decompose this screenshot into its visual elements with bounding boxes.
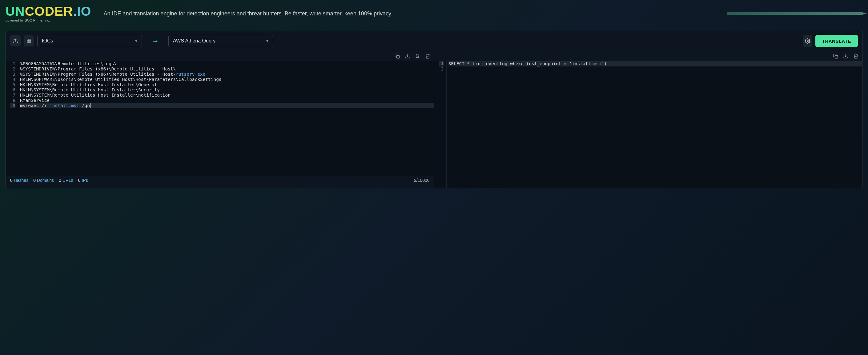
download-button[interactable] <box>843 54 848 59</box>
header-stripe <box>727 12 863 15</box>
source-gutter: 123456789 <box>6 61 18 176</box>
copy-icon <box>395 54 400 59</box>
svg-rect-3 <box>27 41 29 43</box>
stat-ips: 0 IPs <box>78 178 88 183</box>
gear-icon <box>805 38 810 44</box>
source-toolbar <box>6 51 434 61</box>
svg-point-5 <box>807 40 809 42</box>
target-editor[interactable]: 12 SELECT * from eventlog where (dst_end… <box>434 61 863 188</box>
copy-icon <box>833 54 838 59</box>
char-counter: 2/10000 <box>414 178 430 183</box>
svg-point-12 <box>418 56 418 57</box>
chevron-down-icon: ▾ <box>135 38 137 43</box>
upload-icon <box>12 38 18 44</box>
source-pane: 123456789 %PROGRAMDATA%\Remote Utilities… <box>6 51 434 188</box>
svg-rect-14 <box>835 55 838 58</box>
stat-domains: 0 Domains <box>33 178 54 183</box>
main-container: IOCs ▾ → AWS Athena Query ▾ TRANSLATE <box>5 31 863 188</box>
source-format-label: IOCs <box>42 38 53 44</box>
target-toolbar <box>434 51 863 61</box>
logo-part-coder: CODER <box>25 4 73 19</box>
copy-button[interactable] <box>395 54 400 59</box>
target-format-dropdown[interactable]: AWS Athena Query ▾ <box>168 35 273 47</box>
ioc-stats: 0 Hashes0 Domains0 URLs0 IPs <box>10 178 88 183</box>
filter-button[interactable] <box>415 54 420 59</box>
svg-rect-6 <box>397 55 399 58</box>
sliders-icon <box>415 54 420 59</box>
header: UNCODER.IO powered by SOC Prime, Inc. An… <box>0 0 868 25</box>
download-button[interactable] <box>405 54 410 59</box>
logo-block: UNCODER.IO powered by SOC Prime, Inc. <box>5 5 91 22</box>
controls-bar: IOCs ▾ → AWS Athena Query ▾ TRANSLATE <box>6 31 862 51</box>
copy-button[interactable] <box>833 54 838 59</box>
clear-button[interactable] <box>853 54 859 59</box>
arrow-icon: → <box>151 36 159 46</box>
powered-by: powered by SOC Prime, Inc. <box>5 19 91 22</box>
target-code[interactable]: SELECT * from eventlog where (dst_endpoi… <box>446 61 863 188</box>
chevron-down-icon: ▾ <box>266 38 269 43</box>
source-format-dropdown[interactable]: IOCs ▾ <box>37 35 142 47</box>
tagline: An IDE and translation engine for detect… <box>103 10 715 17</box>
templates-icon <box>26 38 32 44</box>
editor-panes: 123456789 %PROGRAMDATA%\Remote Utilities… <box>6 51 862 188</box>
logo-part-io: .IO <box>73 4 91 19</box>
logo[interactable]: UNCODER.IO <box>5 5 91 18</box>
target-gutter: 12 <box>434 61 446 188</box>
target-pane: 12 SELECT * from eventlog where (dst_end… <box>434 51 863 188</box>
download-icon <box>405 54 410 59</box>
source-code[interactable]: %PROGRAMDATA%\Remote Utilities\Logs\%SYS… <box>18 61 434 176</box>
stat-urls: 0 URLs <box>59 178 73 183</box>
svg-rect-2 <box>29 39 31 41</box>
svg-point-13 <box>416 57 417 58</box>
source-editor[interactable]: 123456789 %PROGRAMDATA%\Remote Utilities… <box>6 61 434 176</box>
svg-rect-1 <box>27 39 29 41</box>
translate-button[interactable]: TRANSLATE <box>815 35 858 47</box>
trash-icon <box>425 54 430 59</box>
logo-part-un: UN <box>5 4 25 19</box>
upload-button[interactable] <box>10 35 21 46</box>
svg-rect-4 <box>29 41 31 43</box>
templates-button[interactable] <box>24 35 34 46</box>
download-icon <box>843 54 848 59</box>
trash-icon <box>853 54 859 59</box>
stat-hashes: 0 Hashes <box>10 178 28 183</box>
clear-button[interactable] <box>425 54 430 59</box>
target-format-label: AWS Athena Query <box>173 38 215 44</box>
settings-button[interactable] <box>803 35 812 47</box>
svg-point-11 <box>416 55 417 55</box>
source-status-bar: 0 Hashes0 Domains0 URLs0 IPs 2/10000 <box>6 176 434 185</box>
